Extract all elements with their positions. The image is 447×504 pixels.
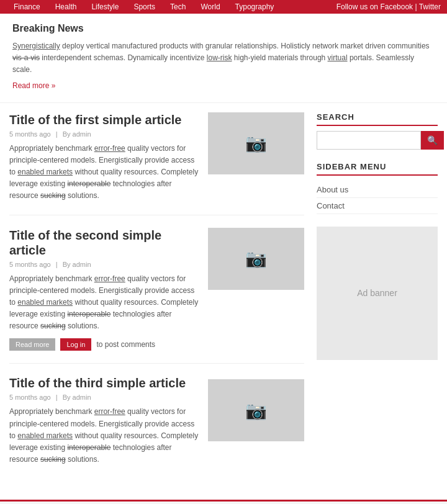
nav-sports[interactable]: Sports <box>126 0 163 14</box>
ad-banner-text: Ad banner <box>357 288 397 298</box>
article-1-meta: 5 months ago | By admin <box>9 130 199 138</box>
article-3-layout: Title of the third simple article 5 mont… <box>9 376 304 466</box>
nav-world[interactable]: World <box>193 0 227 14</box>
breaking-news-title: Breaking News <box>12 23 435 34</box>
article-2-title[interactable]: Title of the second simple article <box>9 228 199 258</box>
sidebar-menu-label: SIDEBAR MENU <box>317 162 438 176</box>
article-3-text: Title of the third simple article 5 mont… <box>9 376 199 466</box>
article-3-title[interactable]: Title of the third simple article <box>9 376 199 390</box>
article-1-separator: | <box>56 130 58 138</box>
article-1: Title of the first simple article 5 mont… <box>9 112 304 215</box>
search-box: 🔍 <box>317 131 438 150</box>
article-2: Title of the second simple article 5 mon… <box>9 228 304 364</box>
top-navigation: Finance Health Lifestyle Sports Tech Wor… <box>0 0 447 14</box>
comment-bar: Read more Log in to post comments <box>9 338 199 351</box>
article-1-image: 📷 <box>208 112 304 174</box>
article-1-date: 5 months ago <box>9 130 51 138</box>
article-2-separator: | <box>56 261 58 268</box>
breaking-news-read-more[interactable]: Read more » <box>12 81 55 90</box>
article-2-image: 📷 <box>208 228 304 290</box>
nav-health[interactable]: Health <box>48 0 84 14</box>
nav-links: Finance Health Lifestyle Sports Tech Wor… <box>6 0 281 14</box>
article-1-text: Title of the first simple article 5 mont… <box>9 112 199 202</box>
camera-icon-1: 📷 <box>245 133 267 153</box>
sidebar-menu-item-contact: Contact <box>317 198 438 214</box>
article-3-separator: | <box>56 394 58 401</box>
comment-text: to post comments <box>96 340 155 349</box>
nav-finance[interactable]: Finance <box>6 0 48 14</box>
sidebar-menu: About us Contact <box>317 182 438 214</box>
content-area: Title of the first simple article 5 mont… <box>0 103 447 500</box>
article-2-body: Appropriately benchmark error-free quali… <box>9 273 199 333</box>
main-wrapper: Breaking News Synergistically deploy ver… <box>0 14 447 504</box>
article-2-text: Title of the second simple article 5 mon… <box>9 228 199 351</box>
sidebar-menu-item-about: About us <box>317 182 438 198</box>
article-2-author: By admin <box>63 261 91 268</box>
nav-tech[interactable]: Tech <box>163 0 193 14</box>
article-1-body: Appropriately benchmark error-free quali… <box>9 143 199 202</box>
article-1-author: By admin <box>63 130 91 138</box>
nav-lifestyle[interactable]: Lifestyle <box>84 0 126 14</box>
main-content: Title of the first simple article 5 mont… <box>9 112 304 491</box>
article-3-body: Appropriately benchmark error-free quali… <box>9 406 199 466</box>
twitter-link[interactable]: Twitter <box>419 2 441 11</box>
social-links: Follow us on Facebook | Twitter <box>336 2 441 11</box>
ad-banner: Ad banner <box>317 227 438 360</box>
article-2-meta: 5 months ago | By admin <box>9 261 199 268</box>
article-2-date: 5 months ago <box>9 261 51 268</box>
search-input[interactable] <box>317 131 421 150</box>
sidebar-about-link[interactable]: About us <box>317 185 348 194</box>
sidebar: SEARCH 🔍 SIDEBAR MENU About us Contact A… <box>317 112 438 491</box>
article-3-image: 📷 <box>208 379 304 441</box>
footer: NEWS+ Lite A free Bootstrap theme for Dr… <box>0 500 447 504</box>
search-button[interactable]: 🔍 <box>421 131 444 150</box>
search-section-label: SEARCH <box>317 112 438 126</box>
camera-icon-3: 📷 <box>245 400 267 421</box>
read-more-button[interactable]: Read more <box>9 338 55 351</box>
breaking-news-body: Synergistically deploy vertical manufact… <box>12 40 435 76</box>
nav-typography[interactable]: Typography <box>228 0 282 14</box>
article-3-author: By admin <box>63 394 91 401</box>
breaking-news-section: Breaking News Synergistically deploy ver… <box>0 14 447 103</box>
article-3: Title of the third simple article 5 mont… <box>9 376 304 478</box>
article-3-meta: 5 months ago | By admin <box>9 394 199 401</box>
sidebar-contact-link[interactable]: Contact <box>317 201 345 210</box>
facebook-link[interactable]: Facebook <box>380 2 413 11</box>
camera-icon-2: 📷 <box>245 248 267 269</box>
article-1-title[interactable]: Title of the first simple article <box>9 112 199 127</box>
article-3-date: 5 months ago <box>9 394 51 401</box>
log-in-button[interactable]: Log in <box>60 338 91 351</box>
